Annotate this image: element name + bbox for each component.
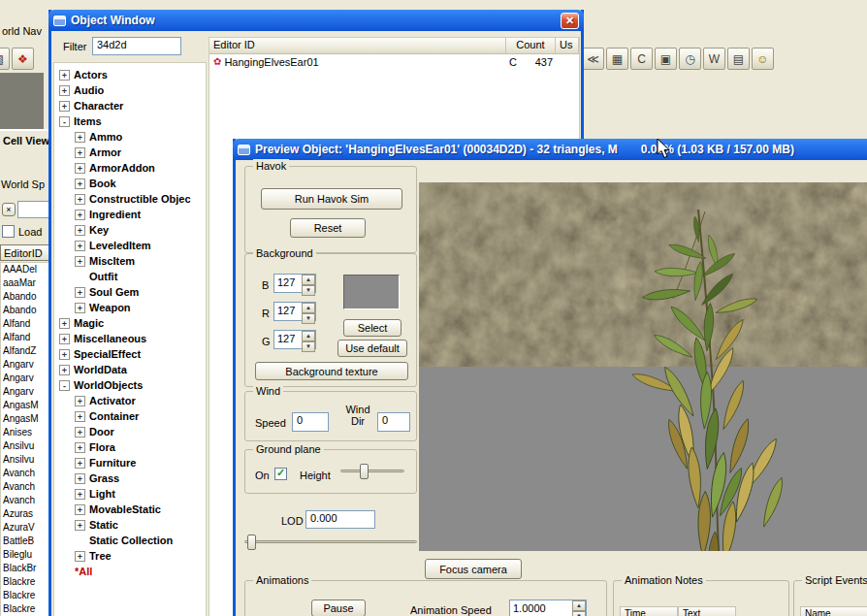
cellview-row[interactable]: Ansilvu	[1, 453, 52, 467]
run-havok-sim-button[interactable]: Run Havok Sim	[261, 188, 402, 210]
load-checkbox[interactable]	[2, 225, 15, 238]
time-column-header[interactable]: Time	[620, 606, 678, 616]
focus-camera-button[interactable]: Focus camera	[425, 559, 522, 579]
tree-item-activator[interactable]: +Activator	[54, 393, 206, 408]
cellview-row[interactable]: AlfandZ	[1, 344, 52, 358]
spinner-up-icon[interactable]: ▲	[302, 331, 315, 341]
tree-item-book[interactable]: +Book	[54, 176, 206, 191]
expand-icon[interactable]: +	[75, 489, 85, 500]
tree-item-constructible-objec[interactable]: +Constructible Objec	[54, 191, 206, 207]
wind-dir-input[interactable]: 0	[377, 412, 410, 432]
expand-icon[interactable]: +	[75, 396, 85, 406]
use-default-button[interactable]: Use default	[337, 340, 407, 357]
expand-icon[interactable]: +	[75, 473, 85, 484]
collapse-icon[interactable]: -	[59, 380, 70, 391]
reset-button[interactable]: Reset	[290, 218, 366, 238]
tree-item-worldobjects[interactable]: -WorldObjects	[54, 377, 206, 393]
expand-icon[interactable]: +	[75, 551, 85, 562]
expand-icon[interactable]: +	[75, 411, 85, 422]
expand-icon[interactable]: +	[75, 241, 85, 251]
cellview-row[interactable]: Angarv	[1, 385, 52, 399]
cellview-row[interactable]: AngasM	[1, 412, 52, 426]
lod-input[interactable]: 0.000	[305, 510, 375, 529]
expand-icon[interactable]: +	[75, 210, 85, 220]
cellview-row[interactable]: Blackre	[1, 602, 52, 616]
spinner-down-icon[interactable]: ▼	[302, 285, 315, 296]
cellview-row[interactable]: Avanch	[1, 494, 52, 507]
cellview-row[interactable]: Abando	[1, 304, 52, 317]
tree-item-soul-gem[interactable]: +Soul Gem	[54, 284, 206, 300]
cellview-row[interactable]: aaaMar	[1, 276, 52, 290]
cellview-row[interactable]: BlackBr	[1, 562, 52, 575]
worldspace-dropdown[interactable]	[17, 201, 52, 218]
tree-item-grass[interactable]: +Grass	[54, 470, 206, 486]
users-column-header[interactable]: Us	[556, 38, 579, 53]
tree-item-miscellaneous[interactable]: +Miscellaneous	[54, 331, 206, 346]
expand-icon[interactable]: +	[75, 520, 85, 531]
expand-icon[interactable]: +	[75, 163, 85, 174]
bg-g-spinner[interactable]: 127 ▲▼	[273, 330, 316, 349]
expand-icon[interactable]: +	[59, 101, 70, 112]
text-column-header[interactable]: Text	[678, 606, 736, 616]
spinner-up-icon[interactable]: ▲	[302, 275, 315, 285]
preview-window-titlebar[interactable]: Preview Object: 'HangingElvesEar01' (000…	[233, 139, 867, 160]
expand-icon[interactable]: +	[59, 365, 70, 375]
tree-item-key[interactable]: +Key	[54, 222, 206, 238]
toolbar-clock-icon[interactable]: ◷	[679, 48, 701, 70]
toolbar-red-marker-icon[interactable]: ❖	[12, 48, 34, 70]
object-window-titlebar[interactable]: Object Window ✕	[48, 10, 584, 31]
tree-item-door[interactable]: +Door	[54, 424, 206, 439]
toolbar-face-icon[interactable]: ☺	[752, 48, 774, 70]
cellview-row[interactable]: AzuraV	[1, 521, 52, 535]
bg-b-spinner[interactable]: 127 ▲▼	[273, 274, 316, 293]
tree-item-flora[interactable]: +Flora	[54, 439, 206, 455]
tree-item-container[interactable]: +Container	[54, 408, 206, 424]
cellview-list[interactable]: AAADelaaaMarAbandoAbandoAlfandAlfandAlfa…	[0, 262, 53, 616]
expand-icon[interactable]: +	[75, 256, 85, 267]
tree-item-items[interactable]: -Items	[54, 113, 206, 129]
tree-item-audio[interactable]: +Audio	[54, 82, 206, 98]
lod-slider[interactable]	[244, 535, 417, 550]
cellview-row[interactable]: AngasM	[1, 399, 52, 412]
height-slider-track[interactable]	[340, 470, 404, 472]
height-slider[interactable]	[340, 464, 404, 479]
tree-item-ingredient[interactable]: +Ingredient	[54, 207, 206, 222]
object-list-row[interactable]: ✿ HangingElvesEar01 C 437	[209, 54, 579, 69]
expand-icon[interactable]: +	[59, 349, 70, 360]
cellview-row[interactable]: Blackre	[1, 575, 52, 589]
tree-item-light[interactable]: +Light	[54, 486, 206, 502]
spinner-up-icon[interactable]: ▲	[302, 303, 315, 313]
toolbar-grid-icon[interactable]: ▦	[606, 48, 628, 70]
lod-slider-thumb[interactable]	[247, 535, 256, 550]
expand-icon[interactable]: +	[59, 70, 70, 81]
tree-item-leveleditem[interactable]: +LeveledItem	[54, 238, 206, 253]
cellview-row[interactable]: Abando	[1, 290, 52, 304]
editor-id-column-header[interactable]: Editor ID	[209, 38, 506, 53]
expand-icon[interactable]: +	[75, 147, 85, 158]
expand-icon[interactable]: +	[75, 225, 85, 236]
expand-icon[interactable]: +	[75, 442, 85, 453]
expand-icon[interactable]: +	[75, 504, 85, 515]
cellview-row[interactable]: Ansilvu	[1, 439, 52, 453]
tree-item-character[interactable]: +Character	[54, 98, 206, 113]
tree-item-actors[interactable]: +Actors	[54, 67, 206, 82]
expand-icon[interactable]: +	[59, 85, 70, 96]
cellview-row[interactable]: Bileglu	[1, 548, 52, 562]
tree-item-furniture[interactable]: +Furniture	[54, 455, 206, 470]
spinner-down-icon[interactable]: ▼	[572, 611, 586, 616]
spinner-down-icon[interactable]: ▼	[302, 341, 315, 352]
tree-item-armor[interactable]: +Armor	[54, 145, 206, 160]
cellview-row[interactable]: Angarv	[1, 372, 52, 385]
cellview-row[interactable]: AAADel	[1, 263, 52, 276]
toolbar-cells-icon[interactable]: ▣	[655, 48, 677, 70]
tree-item-static-collection[interactable]: Static Collection	[54, 533, 206, 548]
bg-r-spinner[interactable]: 127 ▲▼	[273, 302, 316, 321]
expand-icon[interactable]: +	[59, 318, 70, 329]
editorid-column-header[interactable]: EditorID	[0, 244, 53, 261]
filter-input[interactable]: 34d2d	[92, 37, 181, 55]
tree-item-magic[interactable]: +Magic	[54, 315, 206, 331]
ground-on-checkbox[interactable]	[274, 468, 287, 480]
animation-speed-spinner[interactable]: 1.0000 ▲▼	[509, 600, 587, 616]
name-column-header[interactable]: Name	[800, 606, 867, 616]
cellview-row[interactable]: Blackre	[1, 589, 52, 602]
